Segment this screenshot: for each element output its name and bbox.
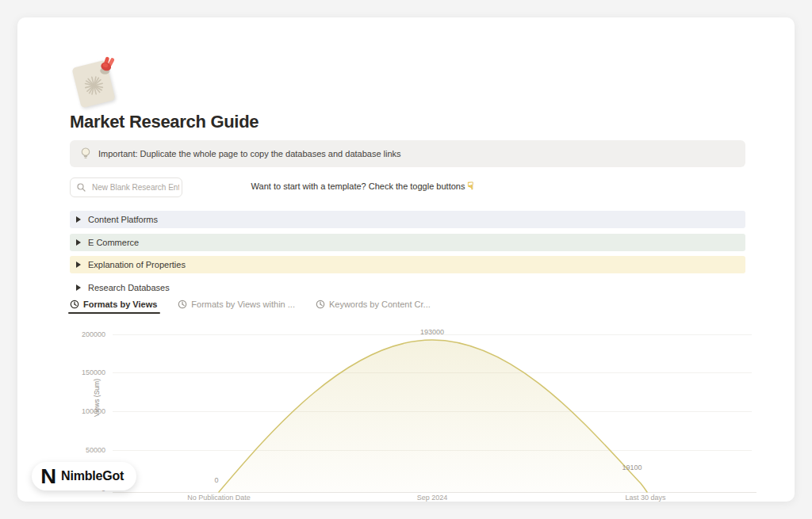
search-icon	[77, 183, 86, 192]
pointing-down-emoji: ☟	[468, 180, 474, 192]
tab-formats-by-views[interactable]: Formats by Views	[70, 300, 157, 314]
x-tick-no-publication-date: No Publication Date	[171, 494, 266, 502]
toggle-arrow-icon[interactable]	[76, 216, 81, 223]
toggle-content-platforms[interactable]: Content Platforms	[70, 211, 745, 228]
data-label-0: 0	[197, 476, 236, 484]
template-hint-label: Want to start with a template? Check the…	[251, 181, 465, 191]
toggle-label: Research Databases	[88, 283, 170, 292]
page-icon-pinned-note[interactable]	[71, 57, 122, 108]
toggle-label: Content Platforms	[88, 215, 158, 224]
callout-banner: Important: Duplicate the whole page to c…	[70, 140, 745, 167]
callout-text: Important: Duplicate the whole page to c…	[98, 149, 401, 158]
red-pushpin-icon	[97, 55, 117, 79]
y-tick-label: 50000	[73, 446, 105, 454]
toggle-explanation-of-properties[interactable]: Explanation of Properties	[70, 256, 745, 273]
chart-view-clock-icon	[316, 300, 325, 309]
tab-label: Formats by Views	[83, 300, 157, 309]
data-label-end: 19100	[612, 464, 652, 471]
toggle-arrow-icon[interactable]	[76, 239, 81, 246]
page-title: Market Research Guide	[70, 112, 259, 132]
chart-y-axis-title: Views (Sum)	[93, 350, 101, 445]
chart-view-clock-icon	[178, 300, 187, 309]
desktop-background: Market Research Guide Important: Duplica…	[0, 0, 812, 519]
template-hint-text: Want to start with a template? Check the…	[208, 180, 517, 192]
y-tick-label: 100000	[73, 407, 105, 415]
nimblegot-n-logo-icon: N	[40, 465, 55, 488]
notion-page-card: Market Research Guide Important: Duplica…	[17, 17, 795, 502]
nimblegot-logo-badge[interactable]: N NimbleGot	[32, 462, 136, 490]
area-chart-curve	[113, 325, 752, 493]
tab-keywords-by-content-creator[interactable]: Keywords by Content Cr...	[316, 300, 431, 314]
chart-view-clock-icon	[70, 300, 79, 309]
tab-label: Keywords by Content Cr...	[329, 300, 431, 309]
new-entry-input[interactable]	[90, 182, 181, 193]
x-tick-last-30-days: Last 30 days	[598, 494, 693, 502]
y-tick-label: 200000	[73, 330, 105, 338]
toggle-arrow-icon[interactable]	[76, 284, 81, 291]
toggle-arrow-icon[interactable]	[76, 261, 81, 268]
chart-view-tabs: Formats by Views Formats by Views within…	[70, 297, 431, 316]
toggle-label: E Commerce	[88, 238, 139, 247]
toggle-label: Explanation of Properties	[88, 260, 186, 269]
lightbulb-icon	[80, 147, 91, 160]
data-label-peak: 193000	[412, 328, 452, 336]
nimblegot-logo-text: NimbleGot	[61, 469, 124, 483]
new-entry-search[interactable]	[70, 177, 182, 197]
tab-formats-by-views-within[interactable]: Formats by Views within ...	[178, 300, 295, 314]
x-tick-sep-2024: Sep 2024	[385, 494, 480, 502]
area-fill	[219, 340, 647, 492]
toggle-e-commerce[interactable]: E Commerce	[70, 234, 745, 251]
toggle-research-databases[interactable]: Research Databases	[70, 279, 745, 296]
y-tick-label: 150000	[73, 368, 105, 376]
tab-label: Formats by Views within ...	[191, 300, 295, 309]
